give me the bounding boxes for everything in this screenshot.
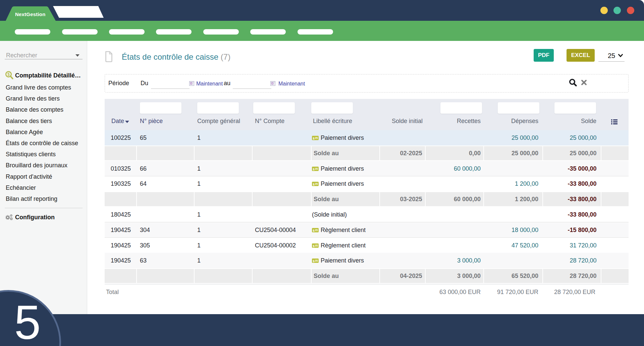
svg-text:$: $	[313, 136, 315, 140]
svg-text:$: $	[313, 182, 315, 186]
svg-text:$: $	[7, 72, 10, 77]
svg-text:$: $	[313, 167, 315, 171]
svg-text:$: $	[313, 259, 315, 263]
svg-text:$: $	[313, 244, 315, 248]
svg-text:$: $	[313, 229, 315, 232]
